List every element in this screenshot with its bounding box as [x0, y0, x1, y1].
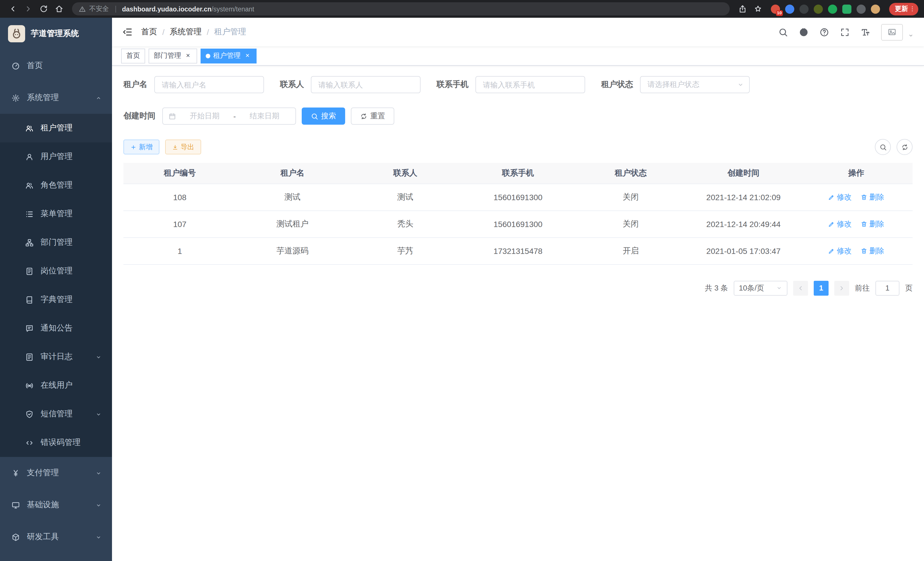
column-header: 创建时间: [687, 163, 800, 183]
tenant-name-input[interactable]: [154, 76, 264, 93]
help-icon[interactable]: [819, 27, 829, 37]
browser-chrome: 不安全 dashboard.yudao.iocoder.cn/system/te…: [0, 0, 924, 18]
edit-row-button[interactable]: 修改: [828, 192, 852, 202]
edit-row-button[interactable]: 修改: [828, 219, 852, 229]
breadcrumb-system[interactable]: 系统管理: [170, 27, 202, 37]
avatar[interactable]: [881, 24, 903, 40]
column-header: 操作: [800, 163, 913, 183]
fullscreen-icon[interactable]: [840, 27, 850, 37]
github-icon[interactable]: [799, 27, 808, 37]
add-button[interactable]: 新增: [123, 140, 159, 154]
sidebar-item-error-code[interactable]: 错误码管理: [0, 428, 112, 457]
browser-update-button[interactable]: 更新: [889, 3, 918, 15]
sidebar: 芋道管理系统 首页系统管理租户管理用户管理角色管理菜单管理部门管理岗位管理字典管…: [0, 18, 112, 561]
create-time-range-picker[interactable]: 开始日期 - 结束日期: [162, 108, 296, 125]
sidebar-item-home[interactable]: 首页: [0, 50, 112, 82]
address-bar[interactable]: 不安全 dashboard.yudao.iocoder.cn/system/te…: [72, 2, 730, 15]
sidebar-menu: 首页系统管理租户管理用户管理角色管理菜单管理部门管理岗位管理字典管理通知公告审计…: [0, 50, 112, 553]
cell-tenant-name: 测试租户: [236, 211, 349, 237]
goto-page-input[interactable]: [875, 281, 899, 295]
browser-reload-icon[interactable]: [37, 2, 51, 16]
cell-tenant-id: 1: [123, 237, 236, 264]
chevron-right-icon: [838, 284, 845, 291]
extension-badge: 10: [776, 10, 783, 16]
browser-back-icon[interactable]: [6, 2, 20, 16]
browser-home-icon[interactable]: [52, 2, 66, 16]
pagination-next-button[interactable]: [834, 281, 849, 295]
plus-icon: [130, 144, 136, 150]
sidebar-item-pay[interactable]: 支付管理: [0, 457, 112, 489]
cell-status: 开启: [574, 237, 687, 264]
chevron-left-icon: [797, 284, 804, 291]
delete-row-button[interactable]: 删除: [861, 192, 884, 202]
logo-image: [8, 25, 25, 42]
sidebar-item-user[interactable]: 用户管理: [0, 142, 112, 171]
search-button[interactable]: 搜索: [302, 108, 345, 125]
delete-row-button[interactable]: 删除: [861, 219, 884, 229]
tab-tenant[interactable]: 租户管理×: [201, 48, 256, 63]
chat-icon: [25, 324, 34, 332]
sidebar-item-system[interactable]: 系统管理: [0, 82, 112, 114]
sidebar-item-notice[interactable]: 通知公告: [0, 314, 112, 343]
bookmark-star-icon[interactable]: [751, 2, 765, 16]
sidebar-item-menu[interactable]: 菜单管理: [0, 200, 112, 228]
page-size-select[interactable]: 10条/页: [734, 281, 788, 295]
sidebar-item-tenant[interactable]: 租户管理: [0, 114, 112, 142]
extension-icon[interactable]: 10: [771, 4, 780, 14]
sidebar-item-online-user[interactable]: 在线用户: [0, 371, 112, 400]
sidebar-item-audit-log[interactable]: 审计日志: [0, 343, 112, 371]
chevron-down-icon: [95, 470, 102, 476]
extension-icon[interactable]: [800, 4, 808, 14]
tab-dept[interactable]: 部门管理×: [148, 48, 197, 63]
close-tab-icon[interactable]: ×: [184, 52, 192, 60]
hide-search-button[interactable]: [875, 139, 891, 155]
extension-icon[interactable]: [856, 4, 866, 14]
sidebar-item-sms[interactable]: 短信管理: [0, 400, 112, 428]
cell-created: 2021-12-14 20:49:44: [687, 211, 800, 237]
chevron-down-icon: [95, 354, 102, 360]
list-icon: [25, 210, 34, 218]
phone-label: 联系手机: [436, 80, 476, 90]
app-logo[interactable]: 芋道管理系统: [0, 18, 112, 50]
sidebar-toggle-icon[interactable]: [122, 27, 133, 37]
sidebar-item-dev-tool[interactable]: 研发工具: [0, 521, 112, 553]
refresh-table-button[interactable]: [897, 139, 913, 155]
breadcrumb-home[interactable]: 首页: [141, 27, 157, 37]
header-search-icon[interactable]: [778, 27, 788, 37]
share-icon[interactable]: [735, 2, 750, 16]
status-select[interactable]: 请选择租户状态: [640, 76, 750, 93]
pagination-page-1[interactable]: 1: [814, 281, 829, 295]
font-size-icon[interactable]: [861, 27, 870, 37]
yen-icon: [11, 469, 20, 477]
sidebar-item-role[interactable]: 角色管理: [0, 171, 112, 200]
cell-status: 关闭: [574, 183, 687, 211]
edit-row-button[interactable]: 修改: [828, 246, 852, 256]
reset-button[interactable]: 重置: [351, 108, 394, 125]
contact-input[interactable]: [311, 76, 421, 93]
reset-button-icon: [360, 112, 368, 120]
app-title: 芋道管理系统: [31, 29, 79, 39]
badge-icon: [25, 267, 34, 275]
extension-icon[interactable]: [785, 4, 794, 14]
sidebar-item-dept[interactable]: 部门管理: [0, 228, 112, 257]
browser-forward-icon[interactable]: [21, 2, 35, 16]
extension-icon[interactable]: [814, 4, 823, 14]
close-tab-icon[interactable]: ×: [243, 52, 251, 60]
download-icon: [172, 144, 178, 150]
calendar-icon: [169, 112, 176, 120]
extension-icon[interactable]: [842, 4, 851, 14]
export-button[interactable]: 导出: [165, 140, 201, 154]
tab-home[interactable]: 首页: [121, 48, 145, 63]
contact-label: 联系人: [280, 80, 311, 90]
extension-icon[interactable]: [828, 4, 837, 14]
extension-icon[interactable]: [871, 4, 880, 14]
delete-row-button[interactable]: 删除: [861, 246, 884, 256]
sidebar-item-infra[interactable]: 基础设施: [0, 489, 112, 521]
caret-down-icon[interactable]: [908, 32, 914, 38]
sidebar-item-post[interactable]: 岗位管理: [0, 257, 112, 285]
phone-input[interactable]: [476, 76, 585, 93]
security-warning-icon[interactable]: [79, 5, 86, 12]
sidebar-item-dict[interactable]: 字典管理: [0, 285, 112, 314]
top-navbar: 首页 / 系统管理 / 租户管理: [112, 18, 924, 46]
pagination-prev-button[interactable]: [793, 281, 808, 295]
